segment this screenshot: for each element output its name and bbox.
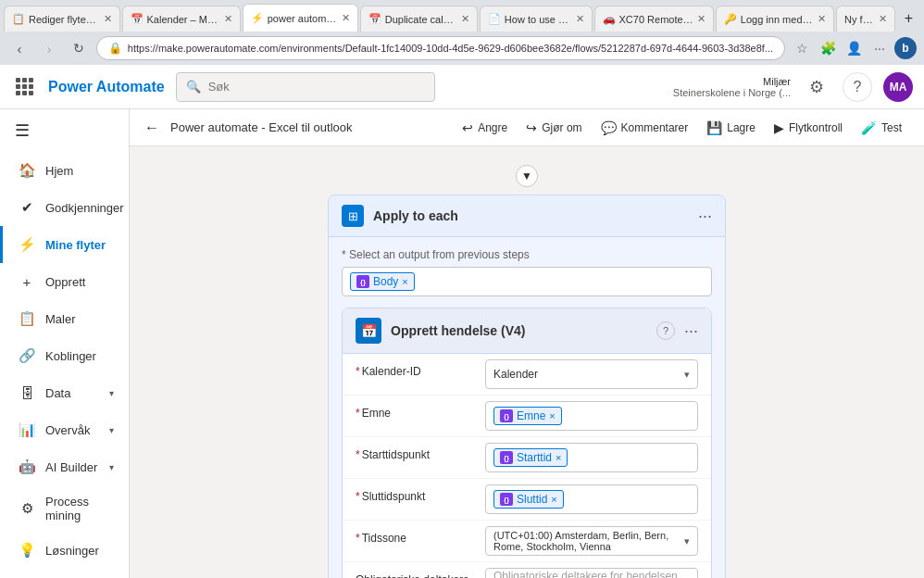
star-icon[interactable]: ☆: [791, 37, 813, 59]
comment-button[interactable]: 💬 Kommentarer: [593, 116, 696, 140]
tab-3[interactable]: ⚡ power automate... ✕: [243, 4, 358, 31]
back-button[interactable]: ←: [144, 119, 159, 136]
apply-card-body: * Select an output from previous steps {…: [329, 237, 725, 578]
emne-tag-input[interactable]: {} Emne ×: [485, 401, 698, 431]
comment-icon: 💬: [601, 120, 617, 135]
select-output-label: * Select an output from previous steps: [342, 248, 712, 261]
sidebar-item-create[interactable]: + Opprett: [0, 263, 129, 300]
sidebar-item-ai-builder[interactable]: 🤖 AI Builder ▾: [0, 448, 129, 485]
tab-2[interactable]: 📅 Kalender – Moss... ✕: [122, 6, 241, 31]
starttid-tag-close[interactable]: ×: [556, 452, 561, 463]
sidebar-toggle[interactable]: ☰: [0, 109, 129, 152]
sidebar-item-my-flows[interactable]: ⚡ Mine flyter: [0, 226, 129, 263]
tab-2-close[interactable]: ✕: [224, 13, 232, 25]
starttid-tag: {} Starttid ×: [493, 448, 568, 467]
field-row-obligatoriske: Obligatoriske deltakere Obligatoriske de…: [343, 562, 711, 578]
tab-8-close[interactable]: ✕: [879, 13, 887, 25]
search-input[interactable]: [208, 80, 425, 94]
nav-forward[interactable]: ›: [37, 36, 61, 60]
test-icon: 🧪: [861, 120, 877, 135]
sidebar-item-templates[interactable]: 📋 Maler: [0, 300, 129, 337]
sidebar-item-data[interactable]: 🗄 Data ▾: [0, 374, 129, 411]
field-row-sluttidspunkt: *Sluttidspunkt {} Sluttid ×: [343, 479, 711, 521]
search-icon: 🔍: [186, 80, 201, 94]
nav-refresh[interactable]: ↻: [67, 36, 91, 60]
kalender-id-value: Kalender: [493, 368, 684, 381]
inner-card-title: Opprett hendelse (V4): [391, 323, 647, 338]
tab-6-favicon: 🚗: [603, 13, 616, 25]
tab-6-title: XC70 Remote co...: [619, 14, 693, 25]
tab-4[interactable]: 📅 Duplicate calend... ✕: [360, 6, 478, 31]
flow-control-icon: ▶: [774, 120, 784, 135]
sidebar-data-label: Data: [45, 386, 100, 400]
field-row-tidssone: *Tidssone (UTC+01:00) Amsterdam, Berlin,…: [343, 521, 711, 562]
tab-4-close[interactable]: ✕: [461, 13, 469, 25]
content-area: ← Power automate - Excel til outlook ↩ A…: [130, 109, 924, 578]
inner-card-header: 📅 Opprett hendelse (V4) ? ···: [343, 308, 711, 354]
expand-toggle[interactable]: ▼: [516, 165, 538, 187]
user-info: Miljær Steinerskolene i Norge (...: [673, 76, 791, 98]
tab-6-close[interactable]: ✕: [697, 13, 705, 25]
app-search-bar[interactable]: 🔍: [176, 72, 435, 102]
tab-7[interactable]: 🔑 Logg inn med Fe... ✕: [716, 6, 834, 31]
profile-icon[interactable]: 👤: [843, 37, 865, 59]
tab-6[interactable]: 🚗 XC70 Remote co... ✕: [594, 6, 714, 31]
tab-7-close[interactable]: ✕: [818, 13, 826, 25]
emne-tag-close[interactable]: ×: [549, 410, 555, 421]
inner-card-icon: 📅: [356, 318, 381, 344]
sluttid-tag-close[interactable]: ×: [551, 494, 556, 505]
sidebar-item-connectors[interactable]: 🔗 Koblinger: [0, 337, 129, 374]
body-tag-input[interactable]: {} Body ×: [342, 267, 712, 296]
more-icon[interactable]: ···: [868, 37, 891, 59]
sidebar-item-process-mining[interactable]: ⚙ Process mining: [0, 485, 129, 532]
flow-control-button[interactable]: ▶ Flytkontroll: [767, 116, 850, 140]
tab-1-favicon: 📋: [12, 13, 25, 25]
inner-card-help-button[interactable]: ?: [656, 321, 675, 340]
obligatoriske-input[interactable]: Obligatoriske deltakere for hendelsen, a…: [485, 568, 698, 578]
test-button[interactable]: 🧪 Test: [854, 116, 909, 140]
sidebar-item-solutions[interactable]: 💡 Løsninger: [0, 532, 129, 569]
url-bar[interactable]: 🔒 https://make.powerautomate.com/environ…: [96, 36, 785, 60]
tab-5[interactable]: 📄 How to use Dat... ✕: [480, 6, 593, 31]
nav-back[interactable]: ‹: [7, 36, 31, 60]
user-avatar[interactable]: MA: [883, 72, 913, 102]
sluttid-tag-input[interactable]: {} Sluttid ×: [485, 484, 698, 514]
new-tab-button[interactable]: +: [897, 6, 920, 31]
home-icon: 🏠: [18, 161, 36, 180]
starttid-tag-icon: {}: [500, 451, 513, 464]
redo-button[interactable]: ↪ Gjør om: [518, 116, 589, 140]
data-icon: 🗄: [18, 383, 36, 402]
tab-1-close[interactable]: ✕: [104, 13, 112, 25]
edge-avatar[interactable]: b: [894, 37, 917, 59]
approvals-icon: ✔: [18, 198, 36, 217]
settings-icon[interactable]: ⚙: [802, 72, 831, 102]
connectors-icon: 🔗: [18, 346, 36, 365]
tab-1[interactable]: 📋 Rediger flyten di... ✕: [4, 6, 120, 31]
grid-menu-icon[interactable]: [11, 74, 37, 100]
apply-card-more-button[interactable]: ···: [698, 207, 712, 226]
expand-button[interactable]: ▼: [516, 165, 538, 187]
kalender-id-select[interactable]: Kalender ▾: [485, 359, 698, 389]
sidebar-item-home[interactable]: 🏠 Hjem: [0, 152, 129, 189]
sluttid-tag: {} Sluttid ×: [493, 490, 564, 509]
starttid-tag-input[interactable]: {} Starttid ×: [485, 443, 698, 472]
extension-icon[interactable]: 🧩: [817, 37, 839, 59]
body-tag-close[interactable]: ×: [402, 276, 407, 287]
emne-tag-icon: {}: [500, 409, 513, 422]
tab-3-close[interactable]: ✕: [342, 12, 350, 24]
help-icon[interactable]: ?: [843, 72, 872, 102]
sidebar-home-label: Hjem: [45, 164, 114, 178]
save-label: Lagre: [727, 121, 755, 134]
tab-3-favicon: ⚡: [251, 12, 264, 24]
tab-3-title: power automate...: [268, 13, 338, 24]
inner-card-more-button[interactable]: ···: [684, 321, 698, 341]
tab-8[interactable]: Ny fane ✕: [836, 6, 895, 31]
tab-5-close[interactable]: ✕: [576, 13, 584, 25]
sidebar-item-monitor[interactable]: 📊 Overvåk ▾: [0, 411, 129, 448]
sidebar-item-approvals[interactable]: ✔ Godkjenninger: [0, 189, 129, 226]
sidebar-item-learn[interactable]: 📚 Lær: [0, 569, 129, 578]
undo-button[interactable]: ↩ Angre: [455, 116, 515, 140]
save-button[interactable]: 💾 Lagre: [699, 116, 763, 140]
sluttid-tag-text: Sluttid: [517, 493, 547, 506]
tidssone-select[interactable]: (UTC+01:00) Amsterdam, Berlin, Bern, Rom…: [485, 526, 698, 556]
